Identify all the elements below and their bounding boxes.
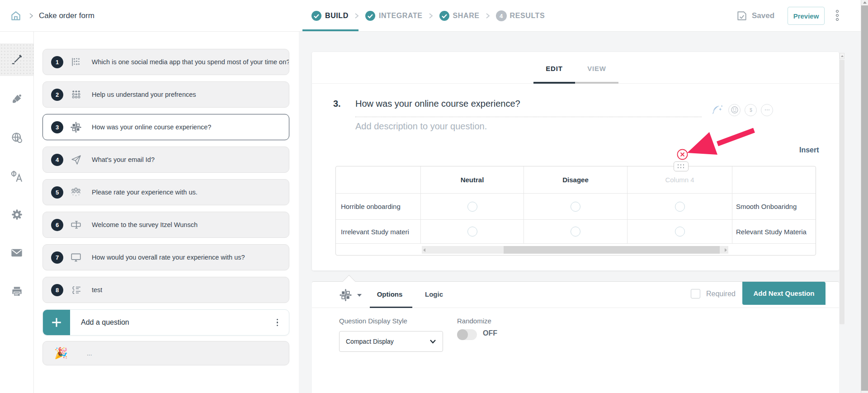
matrix-header-row: Neutral Disagee Column 4	[336, 166, 816, 194]
question-card-label: Welcome to the survey Itzel Wunsch	[92, 221, 198, 228]
scrollbar-thumb[interactable]	[504, 246, 720, 254]
translate-icon[interactable]	[0, 165, 33, 188]
delete-column-icon[interactable]	[676, 148, 689, 161]
matrix-cell	[524, 220, 627, 244]
matrix-row-label-right[interactable]: Smooth Onboaridng	[732, 194, 816, 220]
annotation-arrow	[680, 126, 760, 164]
step-results[interactable]: 4 RESULTS	[496, 10, 545, 21]
question-card-7[interactable]: 7 How would you overall rate your experi…	[42, 244, 289, 270]
matrix-icon	[70, 121, 82, 133]
question-options-panel: Options Logic Required Add Next Question…	[312, 281, 839, 393]
question-card-6[interactable]: 6 Welcome to the survey Itzel Wunsch	[42, 212, 289, 238]
dropdown-list-icon	[70, 284, 82, 296]
home-icon[interactable]	[10, 10, 22, 22]
matrix-row-label-left[interactable]: Irrelevant Study materi	[336, 220, 421, 244]
scroll-right-icon[interactable]	[725, 248, 727, 252]
question-card-8[interactable]: 8 test	[42, 277, 289, 303]
tab-options[interactable]: Options	[375, 290, 404, 298]
matrix-cell	[627, 194, 732, 220]
radio-button[interactable]	[675, 227, 685, 237]
matrix-row-label-left[interactable]: Horrible onboarding	[336, 194, 421, 220]
question-card-4[interactable]: 4 What's your email Id?	[42, 147, 289, 173]
settings-gear-icon[interactable]	[0, 203, 33, 226]
question-card-1[interactable]: 1 Which is one social media app that you…	[42, 49, 289, 75]
emoji-icon[interactable]	[728, 104, 741, 116]
tab-edit-underline	[533, 82, 575, 84]
rating-group-icon	[70, 186, 82, 198]
content-scrollbar[interactable]	[840, 53, 844, 391]
page-scrollbar[interactable]	[861, 0, 868, 393]
insert-button[interactable]: Insert	[799, 146, 819, 154]
tab-logic[interactable]: Logic	[424, 290, 444, 298]
radio-button[interactable]	[571, 202, 580, 212]
tab-edit[interactable]: EDIT	[533, 65, 575, 72]
matrix-horizontal-scrollbar[interactable]	[422, 246, 728, 254]
scroll-up-icon[interactable]	[840, 53, 844, 59]
question-card-5[interactable]: 5 Please rate your experience with us.	[42, 179, 289, 205]
variable-dollar-icon[interactable]: $	[745, 104, 757, 116]
thank-you-card[interactable]: 🎉 ...	[42, 341, 289, 365]
tab-view[interactable]: VIEW	[575, 65, 618, 72]
matrix-col-header[interactable]: Disagee	[524, 166, 627, 194]
breadcrumb-chevron-icon	[29, 13, 33, 19]
step-chevron-icon	[429, 13, 433, 19]
add-question-button[interactable]: Add a question	[42, 309, 289, 336]
question-action-icons: $	[710, 103, 773, 117]
paper-plane-icon	[70, 154, 82, 166]
scroll-left-icon[interactable]	[423, 248, 425, 252]
ai-feather-icon[interactable]	[710, 103, 724, 117]
mail-envelope-icon[interactable]	[0, 241, 33, 265]
question-list-panel: 1 Which is one social media app that you…	[34, 32, 299, 393]
question-card-3-selected[interactable]: 3 How was your online course experience?	[42, 114, 289, 140]
step-build[interactable]: BUILD	[311, 10, 349, 21]
matrix-col-header[interactable]: Neutral	[421, 166, 524, 194]
printer-icon[interactable]	[0, 279, 33, 303]
choice-grid-icon	[70, 89, 82, 100]
radio-button[interactable]	[571, 227, 580, 237]
display-style-select[interactable]: Compact Display	[339, 331, 443, 352]
radio-button[interactable]	[467, 202, 477, 212]
slider-icon	[70, 219, 82, 231]
party-popper-icon: 🎉	[54, 347, 68, 360]
step-integrate[interactable]: INTEGRATE	[365, 10, 423, 21]
save-icon	[736, 10, 748, 22]
matrix-row-label-right[interactable]: Relevant Study Materia	[732, 220, 816, 244]
matrix-cell	[421, 220, 524, 244]
required-control: Required	[691, 289, 736, 298]
content-scrollbar-thumb[interactable]	[840, 60, 844, 324]
step-share[interactable]: SHARE	[439, 10, 480, 21]
thank-you-label: ...	[87, 350, 92, 357]
column-drag-handle[interactable]	[674, 161, 689, 171]
question-card-2[interactable]: 2 Help us understand your prefrences	[42, 81, 289, 108]
radio-button[interactable]	[467, 227, 477, 237]
more-actions-icon[interactable]	[761, 104, 773, 116]
svg-text:$: $	[750, 108, 752, 113]
wizard-steps: BUILD INTEGRATE SHARE 4 RESULTS	[311, 0, 545, 32]
radio-button[interactable]	[675, 202, 685, 212]
question-type-selector[interactable]	[339, 289, 362, 302]
display-style-value: Compact Display	[346, 338, 394, 345]
description-placeholder[interactable]: Add description to your question.	[355, 121, 487, 132]
add-next-question-button[interactable]: Add Next Question	[742, 282, 826, 305]
more-options-icon[interactable]	[836, 10, 839, 21]
question-card-label: How was your online course experience?	[92, 123, 211, 131]
step-chevron-icon	[486, 13, 490, 19]
question-number-badge: 3	[51, 121, 63, 133]
preview-button[interactable]: Preview	[788, 7, 825, 25]
randomize-toggle[interactable]	[457, 329, 477, 340]
required-checkbox[interactable]	[691, 289, 700, 298]
question-title-input[interactable]: How was your online course experience?	[355, 99, 520, 109]
scroll-up-icon[interactable]	[863, 1, 867, 4]
page-scrollbar-thumb[interactable]	[861, 5, 868, 391]
randomize-label: Randomize	[457, 317, 491, 325]
paint-brush-icon[interactable]	[0, 87, 33, 111]
matrix-table: Neutral Disagee Column 4 Horrible onboar…	[335, 166, 816, 256]
check-circle-icon	[439, 10, 450, 21]
question-card-label: test	[92, 286, 102, 294]
top-bar: Cake order form BUILD INTEGRATE SHARE 4 …	[0, 0, 861, 32]
question-card-label: Help us understand your prefrences	[92, 91, 196, 98]
edit-pen-icon[interactable]	[0, 48, 33, 71]
globe-icon[interactable]	[0, 126, 33, 149]
add-question-menu-icon[interactable]	[277, 319, 278, 327]
question-card-label: What's your email Id?	[92, 156, 155, 163]
